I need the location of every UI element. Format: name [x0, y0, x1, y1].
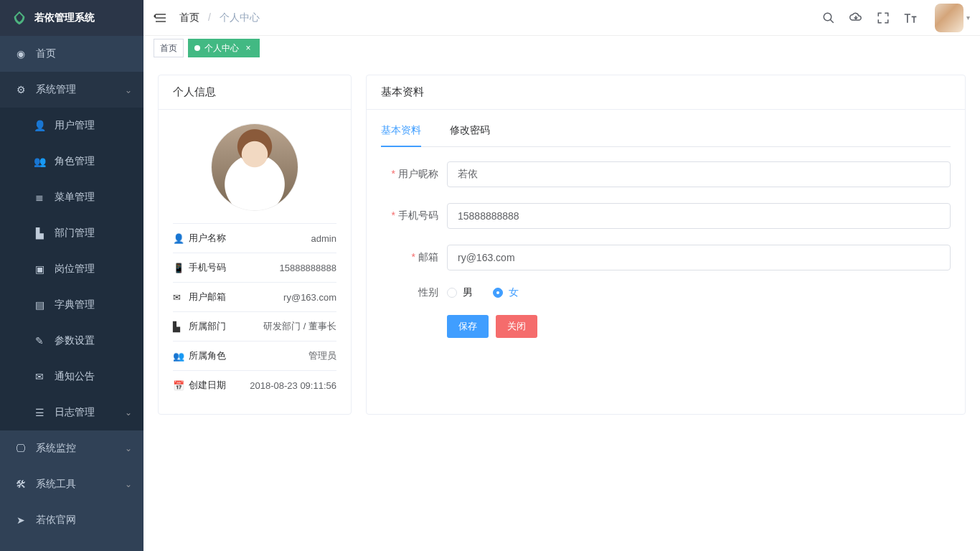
sidebar-item-monitor[interactable]: 🖵 系统监控 ⌄ [0, 430, 143, 466]
sidebar-item-post-mgmt[interactable]: ▣岗位管理 [0, 251, 143, 287]
download-button[interactable] [849, 11, 863, 25]
message-icon: ✉ [33, 371, 46, 382]
gender-female-radio[interactable]: 女 [493, 286, 519, 299]
breadcrumb-sep: / [208, 11, 211, 23]
nick-input[interactable] [447, 161, 951, 187]
sidebar-item-label: 系统监控 [36, 442, 76, 455]
sidebar-toggle[interactable] [154, 11, 168, 25]
sidebar-item-label: 系统管理 [36, 83, 76, 96]
info-list: 👤用户名称admin 📱手机号码15888888888 ✉用户邮箱ry@163.… [173, 223, 336, 400]
close-button[interactable]: 关闭 [496, 315, 537, 338]
sidebar-item-label: 岗位管理 [55, 263, 95, 276]
edit-icon: ✎ [33, 335, 46, 347]
sidebar-item-role-mgmt[interactable]: 👥角色管理 [0, 143, 143, 179]
fullscreen-button[interactable] [876, 11, 890, 25]
breadcrumb: 首页 / 个人中心 [179, 11, 260, 24]
text-size-icon [903, 11, 918, 24]
avatar [935, 4, 963, 32]
phone-label: *手机号码 [381, 209, 438, 222]
sidebar-item-label: 字典管理 [55, 298, 95, 311]
calendar-icon: 📅 [173, 380, 184, 391]
sidebar-item-label: 参数设置 [55, 334, 95, 347]
basic-info-card: 基本资料 基本资料 修改密码 *用户昵称 *手机号码 [366, 75, 966, 415]
monitor-icon: 🖵 [14, 443, 27, 454]
sidebar-item-label: 系统工具 [36, 478, 76, 491]
users-icon: 👥 [173, 351, 184, 362]
tab-home[interactable]: 首页 [154, 39, 184, 57]
phone-input[interactable] [447, 203, 951, 229]
profile-info-card: 个人信息 👤用户名称admin 📱手机号码15888888888 ✉用户邮箱ry… [158, 75, 352, 415]
chevron-down-icon: ⌄ [125, 443, 132, 453]
radio-icon [447, 288, 457, 298]
sidebar-item-param-mgmt[interactable]: ✎参数设置 [0, 323, 143, 359]
profile-avatar[interactable] [212, 124, 298, 210]
phone-icon: 📱 [173, 263, 184, 273]
mail-icon: ✉ [173, 292, 184, 303]
tabs-bar: 首页 个人中心 × [143, 36, 980, 60]
sidebar-item-user-mgmt[interactable]: 👤用户管理 [0, 108, 143, 143]
caret-down-icon: ▾ [966, 14, 970, 22]
fontsize-button[interactable] [903, 11, 918, 25]
logo-icon [11, 10, 27, 26]
svg-point-0 [824, 13, 831, 21]
svg-line-1 [830, 19, 834, 23]
form-tabs: 基本资料 修改密码 [381, 124, 951, 147]
user-icon: 👤 [33, 120, 46, 131]
breadcrumb-home[interactable]: 首页 [179, 11, 199, 23]
app-logo[interactable]: 若依管理系统 [0, 0, 143, 36]
gender-radio-group: 男 女 [447, 286, 519, 299]
send-icon: ➤ [14, 514, 27, 526]
user-menu[interactable]: ▾ [935, 4, 970, 32]
sidebar-item-label: 菜单管理 [55, 191, 95, 204]
info-row-email: ✉用户邮箱ry@163.com [173, 283, 336, 312]
sidebar-item-label: 通知公告 [55, 370, 95, 383]
gear-icon: ⚙ [14, 84, 27, 95]
sidebar-item-label: 若依官网 [36, 514, 76, 527]
tab-label: 首页 [160, 42, 177, 55]
sidebar-item-label: 部门管理 [55, 227, 95, 240]
sidebar-item-tool[interactable]: 🛠 系统工具 ⌄ [0, 466, 143, 502]
chevron-down-icon: ⌄ [125, 408, 132, 418]
sidebar-item-label: 用户管理 [55, 119, 95, 132]
info-row-username: 👤用户名称admin [173, 224, 336, 253]
user-icon: 👤 [173, 233, 184, 244]
sidebar-item-log-mgmt[interactable]: ☰日志管理⌄ [0, 395, 143, 430]
email-label: *邮箱 [381, 251, 438, 264]
radio-icon [493, 288, 503, 298]
list-icon: ≣ [33, 192, 46, 203]
log-icon: ☰ [33, 407, 46, 418]
tab-basic-info[interactable]: 基本资料 [381, 124, 421, 147]
sidebar-item-system[interactable]: ⚙ 系统管理 ⌃ [0, 72, 143, 108]
sidebar-item-dict-mgmt[interactable]: ▤字典管理 [0, 287, 143, 323]
tab-profile[interactable]: 个人中心 × [188, 39, 260, 57]
sidebar-item-website[interactable]: ➤ 若依官网 [0, 502, 143, 538]
gender-label: 性别 [381, 286, 438, 299]
sidebar-item-notice-mgmt[interactable]: ✉通知公告 [0, 359, 143, 395]
users-icon: 👥 [33, 156, 46, 167]
dashboard-icon: ◉ [14, 48, 27, 60]
sidebar-item-dept-mgmt[interactable]: ▙部门管理 [0, 215, 143, 251]
sidebar-item-label: 角色管理 [55, 155, 95, 168]
info-row-phone: 📱手机号码15888888888 [173, 253, 336, 283]
info-row-role: 👥所属角色管理员 [173, 342, 336, 371]
tab-label: 个人中心 [204, 42, 239, 55]
sidebar-item-menu-mgmt[interactable]: ≣菜单管理 [0, 179, 143, 215]
sidebar-item-home[interactable]: ◉ 首页 [0, 36, 143, 72]
tab-change-pwd[interactable]: 修改密码 [450, 124, 490, 146]
breadcrumb-current: 个人中心 [220, 11, 260, 23]
tab-close-button[interactable]: × [243, 43, 253, 53]
tool-icon: 🛠 [14, 479, 27, 490]
sitemap-icon: ▙ [33, 227, 46, 239]
search-button[interactable] [821, 11, 836, 25]
gender-male-radio[interactable]: 男 [447, 286, 473, 299]
search-icon [822, 11, 835, 24]
sidebar: 若依管理系统 ◉ 首页 ⚙ 系统管理 ⌃ 👤用户管理 👥角色管理 ≣菜单管理 ▙… [0, 0, 143, 551]
cloud-download-icon [849, 11, 862, 24]
info-row-dept: ▙所属部门研发部门 / 董事长 [173, 312, 336, 342]
hamburger-icon [154, 11, 168, 25]
save-button[interactable]: 保存 [447, 315, 489, 338]
fullscreen-icon [877, 11, 890, 24]
email-input[interactable] [447, 245, 951, 270]
info-row-created: 📅创建日期2018-08-23 09:11:56 [173, 371, 336, 400]
sidebar-item-label: 日志管理 [55, 406, 95, 419]
